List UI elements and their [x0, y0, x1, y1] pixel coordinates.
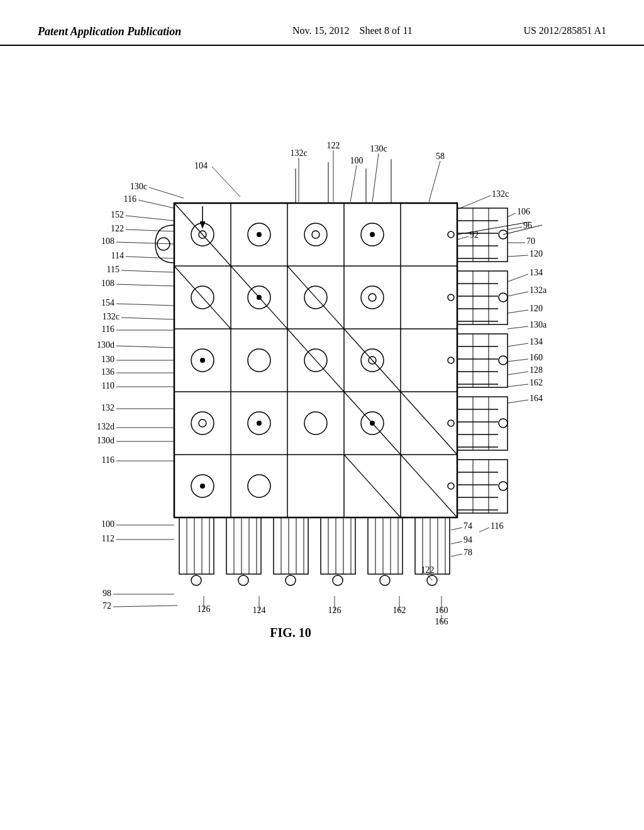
- label-134-mid: 134: [530, 337, 543, 346]
- label-78: 78: [464, 548, 472, 557]
- svg-line-12: [344, 329, 401, 392]
- label-132a: 132a: [530, 285, 547, 295]
- label-115: 115: [107, 265, 119, 274]
- svg-point-94: [499, 482, 508, 490]
- label-72: 72: [103, 601, 111, 611]
- svg-line-138: [503, 225, 542, 235]
- svg-line-13: [287, 329, 344, 392]
- svg-line-164: [116, 346, 174, 348]
- svg-point-123: [200, 484, 205, 489]
- svg-point-124: [248, 475, 270, 497]
- svg-rect-54: [179, 517, 214, 574]
- main-content: FIG. 10 104 132c 122 130c 130c 116: [0, 46, 644, 782]
- svg-line-148: [508, 213, 516, 217]
- label-132c-top: 132c: [290, 148, 307, 158]
- svg-rect-26: [457, 271, 508, 324]
- svg-point-111: [248, 349, 270, 372]
- svg-line-178: [508, 400, 528, 403]
- svg-line-159: [116, 304, 174, 306]
- patent-figure: FIG. 10 104 132c 122 130c 130c 116: [52, 58, 592, 782]
- page-header: Patent Application Publication Nov. 15, …: [0, 0, 644, 46]
- svg-rect-69: [321, 517, 355, 574]
- label-116: 116: [124, 194, 136, 204]
- svg-line-152: [116, 242, 174, 244]
- svg-point-92: [499, 356, 508, 365]
- svg-line-165: [508, 310, 528, 313]
- label-160-right: 160: [530, 353, 543, 362]
- publication-date: Nov. 15, 2012: [292, 25, 350, 36]
- svg-line-155: [126, 257, 174, 258]
- svg-line-150: [508, 227, 522, 230]
- svg-point-110: [200, 358, 205, 363]
- label-132d: 132d: [97, 422, 114, 431]
- label-96: 96: [523, 221, 532, 230]
- svg-line-18: [174, 266, 231, 329]
- label-132c-mid: 132c: [103, 312, 119, 321]
- svg-line-143: [149, 187, 184, 198]
- label-110: 110: [102, 381, 114, 390]
- label-132c-right-top: 132c: [492, 189, 509, 199]
- label-154: 154: [101, 298, 114, 307]
- svg-line-183: [451, 541, 462, 544]
- label-94: 94: [464, 535, 472, 545]
- svg-line-163: [508, 292, 528, 296]
- svg-point-118: [257, 421, 262, 426]
- svg-point-93: [499, 419, 508, 428]
- svg-line-142: [372, 153, 379, 202]
- svg-rect-59: [226, 517, 261, 574]
- svg-point-85: [238, 575, 248, 585]
- label-100-top: 100: [350, 156, 364, 165]
- sheet-info: Sheet 8 of 11: [360, 25, 413, 36]
- svg-point-125: [448, 231, 454, 238]
- label-130c-left: 130c: [130, 182, 147, 191]
- svg-point-115: [191, 412, 214, 434]
- svg-line-182: [479, 528, 489, 532]
- svg-line-181: [451, 528, 462, 530]
- label-120-mid: 120: [530, 304, 543, 313]
- label-100-left: 100: [101, 519, 114, 529]
- label-58: 58: [436, 152, 445, 161]
- label-116-bot: 116: [102, 455, 114, 465]
- figure-caption: FIG. 10: [270, 626, 311, 639]
- svg-line-161: [121, 318, 174, 319]
- svg-line-174: [508, 372, 528, 375]
- svg-point-128: [448, 420, 454, 426]
- label-130d-bot: 130d: [97, 436, 114, 445]
- label-152: 152: [111, 210, 124, 219]
- svg-point-108: [369, 294, 376, 301]
- label-136: 136: [101, 367, 114, 377]
- label-130d: 130d: [97, 340, 114, 350]
- svg-rect-33: [457, 334, 508, 387]
- label-122-bottom: 122: [421, 565, 435, 575]
- svg-point-86: [286, 575, 296, 585]
- svg-point-102: [370, 232, 375, 237]
- svg-line-137: [457, 222, 530, 235]
- label-130: 130: [101, 355, 114, 364]
- svg-point-126: [448, 294, 454, 301]
- svg-line-172: [508, 359, 528, 362]
- svg-line-160: [508, 274, 528, 282]
- svg-line-184: [451, 554, 462, 556]
- svg-line-17: [401, 455, 457, 517]
- label-122-top: 122: [327, 141, 340, 150]
- svg-rect-19: [457, 208, 508, 262]
- publication-date-sheet: Nov. 15, 2012 Sheet 8 of 11: [292, 25, 413, 36]
- label-128: 128: [530, 365, 543, 375]
- patent-number: US 2012/285851 A1: [523, 25, 606, 36]
- label-70: 70: [526, 236, 535, 246]
- svg-line-14: [401, 392, 457, 455]
- label-98: 98: [103, 589, 111, 598]
- svg-point-129: [448, 483, 454, 489]
- label-120-top-right: 120: [530, 249, 543, 258]
- label-106: 106: [517, 207, 530, 216]
- label-116-mid: 116: [102, 324, 114, 334]
- svg-line-11: [287, 266, 344, 329]
- svg-point-121: [370, 421, 375, 426]
- svg-point-98: [257, 232, 262, 237]
- svg-line-187: [113, 606, 177, 607]
- svg-line-151: [126, 230, 174, 231]
- label-92: 92: [470, 230, 479, 240]
- svg-line-157: [508, 255, 528, 257]
- label-122-left: 122: [111, 224, 124, 233]
- svg-point-99: [304, 223, 327, 246]
